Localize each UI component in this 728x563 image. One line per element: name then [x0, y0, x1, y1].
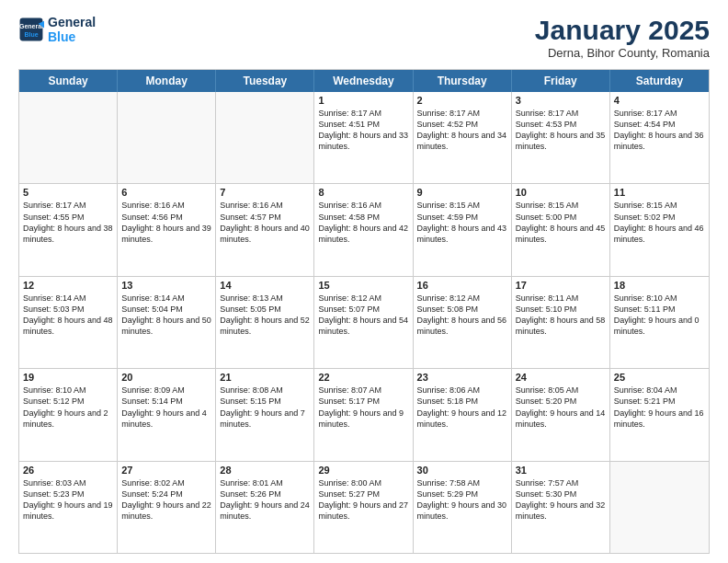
day-number: 8 — [318, 187, 408, 198]
day-number: 23 — [417, 372, 507, 383]
month-title: January 2025 — [535, 15, 710, 46]
empty-cell — [118, 92, 216, 183]
cell-info: Sunrise: 8:08 AMSunset: 5:15 PMDaylight:… — [220, 385, 310, 430]
cell-info: Sunrise: 8:11 AMSunset: 5:10 PMDaylight:… — [516, 293, 606, 338]
empty-cell — [216, 92, 314, 183]
day-cell-14: 14Sunrise: 8:13 AMSunset: 5:05 PMDayligh… — [216, 277, 314, 368]
day-number: 9 — [417, 187, 507, 198]
cell-info: Sunrise: 8:17 AMSunset: 4:53 PMDaylight:… — [516, 108, 606, 153]
day-cell-19: 19Sunrise: 8:10 AMSunset: 5:12 PMDayligh… — [19, 369, 118, 460]
day-cell-28: 28Sunrise: 8:01 AMSunset: 5:26 PMDayligh… — [216, 462, 314, 553]
day-cell-12: 12Sunrise: 8:14 AMSunset: 5:03 PMDayligh… — [19, 277, 118, 368]
calendar-row-3: 19Sunrise: 8:10 AMSunset: 5:12 PMDayligh… — [19, 369, 709, 461]
calendar-row-1: 5Sunrise: 8:17 AMSunset: 4:55 PMDaylight… — [19, 184, 709, 276]
day-number: 28 — [220, 465, 310, 476]
day-number: 24 — [516, 372, 606, 383]
day-cell-27: 27Sunrise: 8:02 AMSunset: 5:24 PMDayligh… — [118, 462, 216, 553]
page: General Blue GeneralBlue January 2025 De… — [0, 0, 728, 563]
title-block: January 2025 Derna, Bihor County, Romani… — [535, 15, 710, 60]
cell-info: Sunrise: 8:09 AMSunset: 5:14 PMDaylight:… — [121, 385, 211, 430]
cell-info: Sunrise: 8:14 AMSunset: 5:04 PMDaylight:… — [121, 293, 211, 338]
day-cell-15: 15Sunrise: 8:12 AMSunset: 5:07 PMDayligh… — [314, 277, 413, 368]
logo-text: GeneralBlue — [48, 15, 96, 44]
day-cell-7: 7Sunrise: 8:16 AMSunset: 4:57 PMDaylight… — [216, 184, 314, 275]
day-cell-20: 20Sunrise: 8:09 AMSunset: 5:14 PMDayligh… — [118, 369, 216, 460]
calendar: SundayMondayTuesdayWednesdayThursdayFrid… — [18, 69, 710, 554]
cell-info: Sunrise: 8:15 AMSunset: 5:00 PMDaylight:… — [516, 200, 606, 245]
cell-info: Sunrise: 8:15 AMSunset: 4:59 PMDaylight:… — [417, 200, 507, 245]
cell-info: Sunrise: 8:17 AMSunset: 4:54 PMDaylight:… — [614, 108, 705, 153]
day-number: 22 — [318, 372, 408, 383]
cell-info: Sunrise: 8:12 AMSunset: 5:08 PMDaylight:… — [417, 293, 507, 338]
cell-info: Sunrise: 8:04 AMSunset: 5:21 PMDaylight:… — [614, 385, 705, 430]
cell-info: Sunrise: 8:03 AMSunset: 5:23 PMDaylight:… — [23, 477, 113, 523]
day-cell-10: 10Sunrise: 8:15 AMSunset: 5:00 PMDayligh… — [512, 184, 610, 275]
day-number: 30 — [417, 465, 507, 476]
calendar-row-0: 1Sunrise: 8:17 AMSunset: 4:51 PMDaylight… — [19, 92, 709, 184]
cell-info: Sunrise: 8:15 AMSunset: 5:02 PMDaylight:… — [614, 200, 705, 245]
day-cell-17: 17Sunrise: 8:11 AMSunset: 5:10 PMDayligh… — [512, 277, 610, 368]
day-number: 6 — [121, 187, 211, 198]
day-number: 20 — [121, 372, 211, 383]
cell-info: Sunrise: 8:16 AMSunset: 4:58 PMDaylight:… — [318, 200, 408, 245]
empty-cell — [19, 92, 118, 183]
header-day-monday: Monday — [118, 70, 216, 92]
day-cell-4: 4Sunrise: 8:17 AMSunset: 4:54 PMDaylight… — [610, 92, 709, 183]
cell-info: Sunrise: 8:17 AMSunset: 4:52 PMDaylight:… — [417, 108, 507, 153]
cell-info: Sunrise: 7:57 AMSunset: 5:30 PMDaylight:… — [516, 477, 606, 523]
day-number: 3 — [516, 95, 606, 106]
logo: General Blue GeneralBlue — [18, 15, 96, 44]
day-cell-5: 5Sunrise: 8:17 AMSunset: 4:55 PMDaylight… — [19, 184, 118, 275]
day-cell-2: 2Sunrise: 8:17 AMSunset: 4:52 PMDaylight… — [414, 92, 512, 183]
cell-info: Sunrise: 8:07 AMSunset: 5:17 PMDaylight:… — [318, 385, 408, 430]
day-cell-1: 1Sunrise: 8:17 AMSunset: 4:51 PMDaylight… — [314, 92, 413, 183]
day-number: 1 — [318, 95, 408, 106]
calendar-row-2: 12Sunrise: 8:14 AMSunset: 5:03 PMDayligh… — [19, 277, 709, 369]
cell-info: Sunrise: 8:01 AMSunset: 5:26 PMDaylight:… — [220, 477, 310, 523]
cell-info: Sunrise: 8:16 AMSunset: 4:57 PMDaylight:… — [220, 200, 310, 245]
day-cell-25: 25Sunrise: 8:04 AMSunset: 5:21 PMDayligh… — [610, 369, 709, 460]
day-number: 19 — [23, 372, 113, 383]
day-number: 14 — [220, 280, 310, 291]
day-cell-21: 21Sunrise: 8:08 AMSunset: 5:15 PMDayligh… — [216, 369, 314, 460]
cell-info: Sunrise: 8:02 AMSunset: 5:24 PMDaylight:… — [121, 477, 211, 523]
cell-info: Sunrise: 8:17 AMSunset: 4:51 PMDaylight:… — [318, 108, 408, 153]
day-number: 21 — [220, 372, 310, 383]
day-number: 7 — [220, 187, 310, 198]
day-number: 31 — [516, 465, 606, 476]
day-number: 25 — [614, 372, 705, 383]
day-number: 27 — [121, 465, 211, 476]
day-cell-29: 29Sunrise: 8:00 AMSunset: 5:27 PMDayligh… — [314, 462, 413, 553]
day-number: 15 — [318, 280, 408, 291]
header-day-wednesday: Wednesday — [314, 70, 413, 92]
header-day-thursday: Thursday — [414, 70, 512, 92]
day-cell-23: 23Sunrise: 8:06 AMSunset: 5:18 PMDayligh… — [414, 369, 512, 460]
day-cell-30: 30Sunrise: 7:58 AMSunset: 5:29 PMDayligh… — [414, 462, 512, 553]
svg-text:Blue: Blue — [24, 31, 38, 38]
calendar-body: 1Sunrise: 8:17 AMSunset: 4:51 PMDaylight… — [19, 92, 709, 553]
day-number: 13 — [121, 280, 211, 291]
day-cell-18: 18Sunrise: 8:10 AMSunset: 5:11 PMDayligh… — [610, 277, 709, 368]
day-number: 4 — [614, 95, 705, 106]
location-subtitle: Derna, Bihor County, Romania — [535, 46, 710, 60]
cell-info: Sunrise: 8:00 AMSunset: 5:27 PMDaylight:… — [318, 477, 408, 523]
header-day-saturday: Saturday — [610, 70, 709, 92]
day-number: 2 — [417, 95, 507, 106]
day-cell-24: 24Sunrise: 8:05 AMSunset: 5:20 PMDayligh… — [512, 369, 610, 460]
cell-info: Sunrise: 8:06 AMSunset: 5:18 PMDaylight:… — [417, 385, 507, 430]
calendar-row-4: 26Sunrise: 8:03 AMSunset: 5:23 PMDayligh… — [19, 462, 709, 553]
logo-icon: General Blue — [18, 17, 44, 42]
day-cell-6: 6Sunrise: 8:16 AMSunset: 4:56 PMDaylight… — [118, 184, 216, 275]
header-day-friday: Friday — [512, 70, 610, 92]
empty-cell — [610, 462, 709, 553]
cell-info: Sunrise: 8:13 AMSunset: 5:05 PMDaylight:… — [220, 293, 310, 338]
cell-info: Sunrise: 8:12 AMSunset: 5:07 PMDaylight:… — [318, 293, 408, 338]
calendar-header: SundayMondayTuesdayWednesdayThursdayFrid… — [19, 70, 709, 92]
day-number: 16 — [417, 280, 507, 291]
day-number: 17 — [516, 280, 606, 291]
day-cell-16: 16Sunrise: 8:12 AMSunset: 5:08 PMDayligh… — [414, 277, 512, 368]
cell-info: Sunrise: 8:10 AMSunset: 5:11 PMDaylight:… — [614, 293, 705, 338]
cell-info: Sunrise: 8:14 AMSunset: 5:03 PMDaylight:… — [23, 293, 113, 338]
header-day-sunday: Sunday — [19, 70, 118, 92]
day-cell-22: 22Sunrise: 8:07 AMSunset: 5:17 PMDayligh… — [314, 369, 413, 460]
